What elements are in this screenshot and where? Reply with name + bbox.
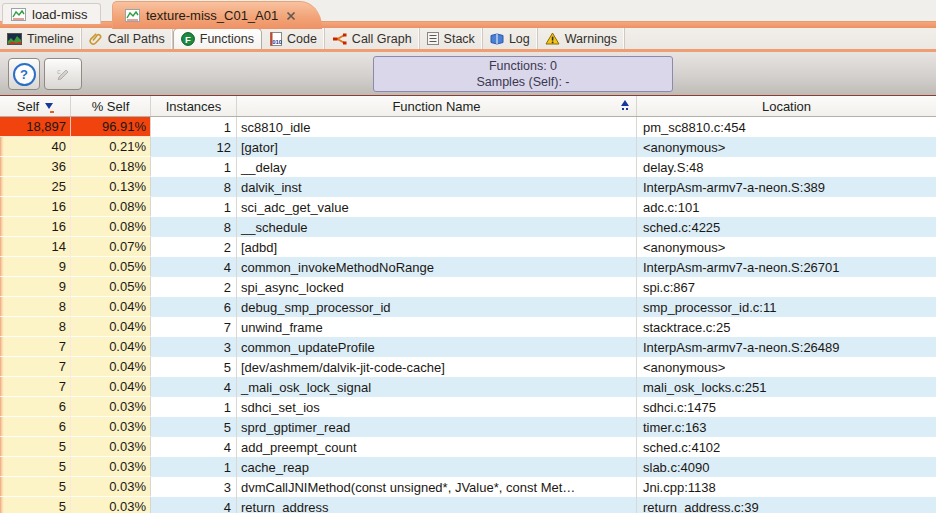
view-tab-label: Call Graph <box>352 32 412 46</box>
table-row[interactable]: 5 0.03% 4 add_preempt_count sched.c:4102 <box>0 437 936 457</box>
location-cell: InterpAsm-armv7-a-neon.S:389 <box>637 177 936 197</box>
column-header-location[interactable]: Location <box>637 96 936 116</box>
function-name-cell: [gator] <box>237 137 637 157</box>
timeline-icon <box>7 33 22 45</box>
self-cell: 18,897 <box>0 117 71 137</box>
function-name-cell: _mali_osk_lock_signal <box>237 377 637 397</box>
sort-asc-icon <box>621 100 629 110</box>
instances-cell: 1 <box>151 157 237 177</box>
table-row[interactable]: 5 0.03% 1 cache_reap slab.c:4090 <box>0 457 936 477</box>
table-row[interactable]: 6 0.03% 1 sdhci_set_ios sdhci.c:1475 <box>0 397 936 417</box>
tab-warnings[interactable]: Warnings <box>538 28 625 49</box>
table-row[interactable]: 7 0.04% 4 _mali_osk_lock_signal mali_osk… <box>0 377 936 397</box>
location-cell: slab.c:4090 <box>637 457 936 477</box>
table-row[interactable]: 9 0.05% 4 common_invokeMethodNoRange Int… <box>0 257 936 277</box>
instances-cell: 8 <box>151 177 237 197</box>
table-row[interactable]: 14 0.07% 2 [adbd] <anonymous> <box>0 237 936 257</box>
tab-log[interactable]: Log <box>483 28 538 49</box>
help-button[interactable]: ? <box>8 58 40 90</box>
table-row[interactable]: 36 0.18% 1 __delay delay.S:48 <box>0 157 936 177</box>
location-cell: stacktrace.c:25 <box>637 317 936 337</box>
column-header-function-name[interactable]: Function Name <box>237 96 637 116</box>
function-name-cell: sdhci_set_ios <box>237 397 637 417</box>
pct-self-cell: 0.03% <box>71 437 151 457</box>
self-cell: 7 <box>0 337 71 357</box>
self-cell: 6 <box>0 397 71 417</box>
column-header-self[interactable]: Self <box>0 96 71 116</box>
self-cell: 5 <box>0 497 71 513</box>
tab-call-paths[interactable]: Call Paths <box>82 28 173 49</box>
table-row[interactable]: 7 0.04% 3 common_updateProfile InterpAsm… <box>0 337 936 357</box>
self-cell: 16 <box>0 197 71 217</box>
self-cell: 16 <box>0 217 71 237</box>
instances-cell: 5 <box>151 417 237 437</box>
table-row[interactable]: 8 0.04% 7 unwind_frame stacktrace.c:25 <box>0 317 936 337</box>
instances-cell: 8 <box>151 217 237 237</box>
location-cell: <anonymous> <box>637 137 936 157</box>
instances-cell: 4 <box>151 377 237 397</box>
function-name-cell: return_address <box>237 497 637 513</box>
tab-code[interactable]: 010 Code <box>262 28 325 49</box>
function-name-cell: sc8810_idle <box>237 117 637 137</box>
instances-cell: 5 <box>151 357 237 377</box>
table-row[interactable]: 40 0.21% 12 [gator] <anonymous> <box>0 137 936 157</box>
pencil-icon: c <box>55 67 72 81</box>
table-row[interactable]: 16 0.08% 1 sci_adc_get_value adc.c:101 <box>0 197 936 217</box>
stack-icon <box>427 32 439 45</box>
table-row[interactable]: 18,897 96.91% 1 sc8810_idle pm_sc8810.c:… <box>0 117 936 137</box>
location-cell: mali_osk_locks.c:251 <box>637 377 936 397</box>
table-row[interactable]: 16 0.08% 8 __schedule sched.c:4225 <box>0 217 936 237</box>
warnings-icon <box>545 32 560 45</box>
instances-cell: 6 <box>151 297 237 317</box>
pct-self-cell: 0.04% <box>71 357 151 377</box>
instances-cell: 2 <box>151 237 237 257</box>
function-name-cell: dvmCallJNIMethod(const unsigned*, JValue… <box>237 477 637 497</box>
self-cell: 8 <box>0 297 71 317</box>
instances-cell: 1 <box>151 397 237 417</box>
view-tab-label: Call Paths <box>108 32 165 46</box>
functions-count: Functions: 0 <box>489 58 557 74</box>
tab-timeline[interactable]: Timeline <box>0 28 82 49</box>
column-header-instances[interactable]: Instances <box>151 96 237 116</box>
pct-self-cell: 0.03% <box>71 457 151 477</box>
tab-stack[interactable]: Stack <box>420 28 483 49</box>
instances-cell: 7 <box>151 317 237 337</box>
pct-self-cell: 0.03% <box>71 477 151 497</box>
function-name-cell: sci_adc_get_value <box>237 197 637 217</box>
edit-button[interactable]: c <box>44 58 82 90</box>
sort-priority-mark <box>50 111 54 113</box>
table-row[interactable]: 25 0.13% 8 dalvik_inst InterpAsm-armv7-a… <box>0 177 936 197</box>
pct-self-cell: 0.07% <box>71 237 151 257</box>
tab-texture-miss[interactable]: texture-miss_C01_A01 <box>112 1 322 29</box>
function-name-cell: __delay <box>237 157 637 177</box>
pct-self-cell: 0.04% <box>71 317 151 337</box>
view-tab-label: Log <box>509 32 530 46</box>
table-row[interactable]: 8 0.04% 6 debug_smp_processor_id smp_pro… <box>0 297 936 317</box>
tab-call-graph[interactable]: Call Graph <box>325 28 420 49</box>
pct-self-cell: 96.91% <box>71 117 151 137</box>
pct-self-cell: 0.05% <box>71 277 151 297</box>
location-cell: <anonymous> <box>637 237 936 257</box>
table-row[interactable]: 6 0.03% 5 sprd_gptimer_read timer.c:163 <box>0 417 936 437</box>
editor-tabbar: load-miss texture-miss_C01_A01 <box>0 0 936 28</box>
location-cell: delay.S:48 <box>637 157 936 177</box>
table-row[interactable]: 5 0.03% 4 return_address return_address.… <box>0 497 936 513</box>
instances-cell: 1 <box>151 117 237 137</box>
table-row[interactable]: 9 0.05% 2 spi_async_locked spi.c:867 <box>0 277 936 297</box>
self-cell: 6 <box>0 417 71 437</box>
close-icon[interactable] <box>286 11 296 21</box>
table-row[interactable]: 7 0.04% 5 [dev/ashmem/dalvik-jit-code-ca… <box>0 357 936 377</box>
self-cell: 8 <box>0 317 71 337</box>
pct-self-cell: 0.03% <box>71 497 151 513</box>
tab-load-miss[interactable]: load-miss <box>2 3 101 24</box>
pct-self-cell: 0.08% <box>71 217 151 237</box>
self-cell: 5 <box>0 457 71 477</box>
self-cell: 25 <box>0 177 71 197</box>
function-name-cell: unwind_frame <box>237 317 637 337</box>
tab-functions[interactable]: F Functions <box>173 28 262 49</box>
column-header-pct-self[interactable]: % Self <box>71 96 151 116</box>
location-cell: Jni.cpp:1138 <box>637 477 936 497</box>
table-row[interactable]: 5 0.03% 3 dvmCallJNIMethod(const unsigne… <box>0 477 936 497</box>
location-cell: <anonymous> <box>637 357 936 377</box>
function-name-cell: spi_async_locked <box>237 277 637 297</box>
